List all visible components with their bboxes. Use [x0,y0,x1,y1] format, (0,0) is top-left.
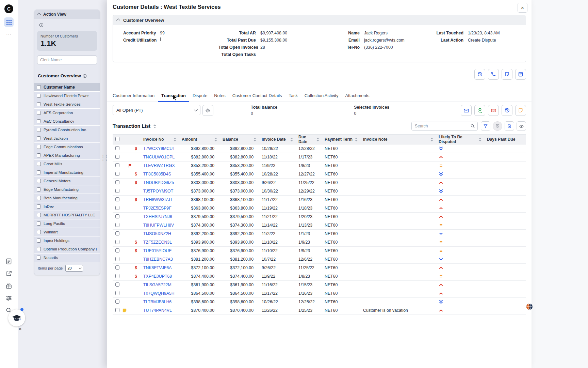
tab-notes[interactable]: Notes [211,91,229,102]
col-days-past-due[interactable]: Days Past Due [484,135,526,144]
clerk-name-input[interactable] [37,56,97,64]
search-input[interactable] [414,123,470,129]
invoice-link[interactable]: TNCULWO1CPL [143,155,175,159]
customer-checkbox[interactable] [37,136,41,140]
academy-widget-button[interactable] [8,309,25,326]
export-button[interactable] [5,270,12,277]
col-amount[interactable]: Amount [179,135,220,144]
customer-checkbox[interactable] [37,170,41,174]
search-icon[interactable] [470,124,475,128]
customer-checkbox[interactable] [37,119,41,123]
customer-row[interactable]: Optimal Production Company LLC [34,245,100,254]
row-checkbox[interactable] [115,300,119,304]
customer-checkbox[interactable] [37,187,41,191]
col-due-date[interactable]: Due Date [296,135,322,144]
customer-row[interactable]: MERRITT HOSPITALITY LLC [34,211,100,219]
refresh-history-button[interactable] [493,121,502,131]
invoice-link[interactable]: TNDUBPDG6Z5 [143,180,174,185]
customer-checkbox[interactable] [37,153,41,157]
customer-row[interactable]: Long Pacific [34,219,100,228]
customer-row[interactable]: Nocartis [34,254,100,262]
customer-row[interactable]: Great Mills [34,160,100,168]
row-checkbox[interactable] [115,265,119,270]
customer-row[interactable]: AES Corporation [34,109,100,117]
record-payment-button[interactable] [474,105,485,116]
col-invoice-no[interactable]: Invoice No [141,135,179,144]
apps-grid-button[interactable] [4,17,14,27]
close-button[interactable]: × [518,3,527,13]
tab-task[interactable]: Task [285,91,301,102]
col-likely-to-be-disputed[interactable]: Likely To Be Disputed [436,135,484,144]
invoice-link[interactable]: TF8C5085D4S [143,172,171,177]
invoice-link[interactable]: T07QWQH9A5H [143,291,175,296]
add-note-button[interactable] [502,69,512,80]
invoice-link[interactable]: TPJ2E5ESP9F [143,206,172,211]
create-task-button[interactable] [515,69,526,80]
row-checkbox[interactable] [115,257,119,261]
action-view-header[interactable]: Action View [34,10,100,19]
row-checkbox[interactable] [115,163,119,167]
row-checkbox[interactable] [115,248,119,252]
expand-rail-button[interactable]: » [18,325,21,332]
tab-customer-information[interactable]: Customer Information [109,91,158,102]
customer-checkbox[interactable] [37,128,41,132]
customer-row[interactable]: West Textile Services [34,100,100,109]
row-checkbox[interactable] [115,282,119,287]
row-checkbox[interactable] [115,189,119,193]
promise-to-pay-button[interactable] [488,105,499,116]
row-checkbox[interactable] [115,274,119,278]
tab-attachments[interactable]: Attachments [342,91,373,102]
col-invoice-date[interactable]: Invoice Date [259,135,296,144]
invoice-link[interactable]: TXP4E0UPT68 [143,274,172,279]
tab-collection-activity[interactable]: Collection Activity [301,91,342,102]
row-checkbox[interactable] [115,214,119,218]
customer-checkbox[interactable] [37,145,41,149]
call-button[interactable] [488,69,499,80]
row-checkbox[interactable] [115,155,119,159]
bulk-note-button[interactable] [515,105,526,116]
customer-checkbox[interactable] [37,204,41,209]
customer-checkbox[interactable] [37,230,41,234]
hide-columns-button[interactable] [517,121,526,131]
customer-checkbox[interactable] [37,196,41,200]
row-checkbox[interactable] [115,240,119,244]
export-file-button[interactable] [505,121,514,131]
more-menu-icon[interactable]: ⋯ [0,31,18,37]
view-filter-select[interactable]: All Open (PT) [113,105,200,115]
customer-row[interactable]: Imperial Manufacturing [34,168,100,177]
invoice-link[interactable]: TLEVRWZTRGX [143,163,175,168]
invoice-link[interactable]: TLTBMJB8LH6 [143,300,172,304]
customer-row[interactable]: InDev [34,202,100,211]
customer-row[interactable]: Beta Manufacturing [34,194,100,202]
whats-new-button[interactable] [5,282,12,289]
customer-row[interactable]: Inpex Holdings [34,236,100,245]
panel-resize-handle[interactable]: ⋮⋮⋮⋮ [101,153,108,161]
items-per-page-select[interactable]: 20 [65,265,83,272]
report-list-button[interactable] [5,258,12,265]
invoice-link[interactable]: TXHHSPJ7NJ6 [143,214,172,219]
view-settings-button[interactable] [202,105,213,116]
customer-row[interactable]: Hawkwood Electric Power [34,92,100,100]
invoice-link[interactable]: TJ5TPOYM9OT [143,189,173,194]
activity-history-button[interactable] [502,105,512,116]
col-invoice-note[interactable]: Invoice Note [360,135,436,144]
log-activity-button[interactable] [474,69,485,80]
invoice-link[interactable]: TIJSO5XNZ2H [143,231,171,236]
row-checkbox[interactable] [115,206,119,210]
invoice-link[interactable]: T8HZEBNC7A3 [143,257,173,262]
app-logo[interactable]: C [4,4,13,13]
info-icon[interactable] [83,74,87,78]
tab-customer-contact-details[interactable]: Customer Contact Details [229,91,285,102]
customer-row[interactable]: A&C Consultancy [34,117,100,126]
row-checkbox[interactable] [115,231,119,235]
invoice-link[interactable]: TZF5ZZECN3L [143,240,172,245]
col-balance[interactable]: Balance [220,135,259,144]
customer-checkbox[interactable] [37,239,41,243]
customer-row[interactable]: General Motors [34,177,100,185]
customer-checkbox[interactable] [37,94,41,98]
customer-row[interactable]: Willmart [34,228,100,236]
row-checkbox[interactable] [115,197,119,201]
tab-transaction[interactable]: Transaction [158,91,189,102]
customer-checkbox[interactable] [37,256,41,260]
tab-dispute[interactable]: Dispute [189,91,211,102]
